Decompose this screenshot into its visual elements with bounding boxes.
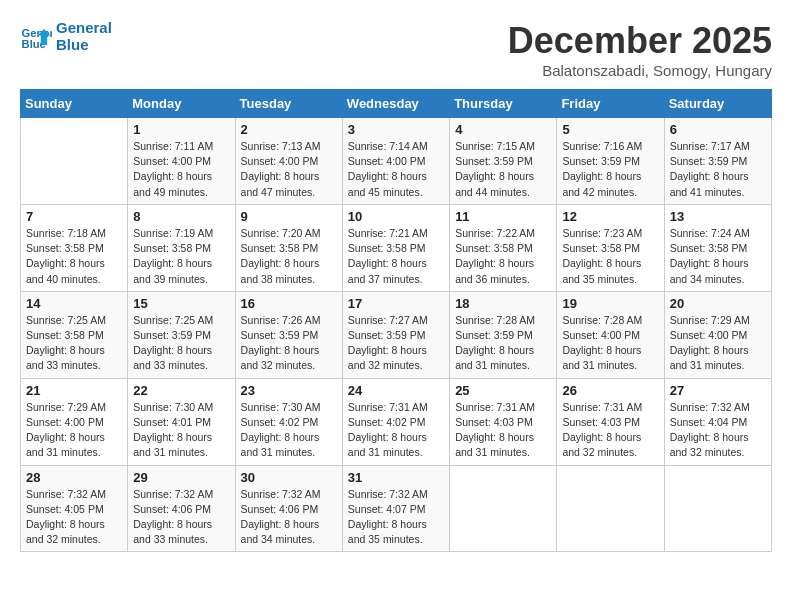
- day-number: 5: [562, 122, 658, 137]
- day-number: 27: [670, 383, 766, 398]
- day-number: 4: [455, 122, 551, 137]
- day-info: Sunrise: 7:16 AMSunset: 3:59 PMDaylight:…: [562, 139, 658, 200]
- week-row-4: 21Sunrise: 7:29 AMSunset: 4:00 PMDayligh…: [21, 378, 772, 465]
- day-number: 8: [133, 209, 229, 224]
- day-info: Sunrise: 7:30 AMSunset: 4:01 PMDaylight:…: [133, 400, 229, 461]
- day-info: Sunrise: 7:32 AMSunset: 4:06 PMDaylight:…: [241, 487, 337, 548]
- column-header-thursday: Thursday: [450, 90, 557, 118]
- day-info: Sunrise: 7:19 AMSunset: 3:58 PMDaylight:…: [133, 226, 229, 287]
- calendar-cell: 10Sunrise: 7:21 AMSunset: 3:58 PMDayligh…: [342, 204, 449, 291]
- day-info: Sunrise: 7:30 AMSunset: 4:02 PMDaylight:…: [241, 400, 337, 461]
- day-info: Sunrise: 7:13 AMSunset: 4:00 PMDaylight:…: [241, 139, 337, 200]
- day-number: 3: [348, 122, 444, 137]
- day-number: 28: [26, 470, 122, 485]
- day-info: Sunrise: 7:24 AMSunset: 3:58 PMDaylight:…: [670, 226, 766, 287]
- month-title: December 2025: [508, 20, 772, 62]
- logo-icon: General Blue: [20, 21, 52, 53]
- day-info: Sunrise: 7:11 AMSunset: 4:00 PMDaylight:…: [133, 139, 229, 200]
- calendar-cell: [557, 465, 664, 552]
- day-info: Sunrise: 7:14 AMSunset: 4:00 PMDaylight:…: [348, 139, 444, 200]
- calendar-cell: 26Sunrise: 7:31 AMSunset: 4:03 PMDayligh…: [557, 378, 664, 465]
- calendar-cell: 4Sunrise: 7:15 AMSunset: 3:59 PMDaylight…: [450, 118, 557, 205]
- day-number: 2: [241, 122, 337, 137]
- title-block: December 2025 Balatonszabadi, Somogy, Hu…: [508, 20, 772, 79]
- calendar-cell: [21, 118, 128, 205]
- page-header: General Blue General Blue December 2025 …: [20, 20, 772, 79]
- calendar-cell: 23Sunrise: 7:30 AMSunset: 4:02 PMDayligh…: [235, 378, 342, 465]
- day-info: Sunrise: 7:26 AMSunset: 3:59 PMDaylight:…: [241, 313, 337, 374]
- day-number: 7: [26, 209, 122, 224]
- calendar-cell: 31Sunrise: 7:32 AMSunset: 4:07 PMDayligh…: [342, 465, 449, 552]
- day-number: 12: [562, 209, 658, 224]
- day-info: Sunrise: 7:28 AMSunset: 3:59 PMDaylight:…: [455, 313, 551, 374]
- day-number: 11: [455, 209, 551, 224]
- header-row: SundayMondayTuesdayWednesdayThursdayFrid…: [21, 90, 772, 118]
- day-info: Sunrise: 7:32 AMSunset: 4:07 PMDaylight:…: [348, 487, 444, 548]
- calendar-cell: 3Sunrise: 7:14 AMSunset: 4:00 PMDaylight…: [342, 118, 449, 205]
- day-info: Sunrise: 7:29 AMSunset: 4:00 PMDaylight:…: [670, 313, 766, 374]
- day-number: 9: [241, 209, 337, 224]
- day-number: 25: [455, 383, 551, 398]
- day-number: 13: [670, 209, 766, 224]
- calendar-cell: 2Sunrise: 7:13 AMSunset: 4:00 PMDaylight…: [235, 118, 342, 205]
- week-row-1: 1Sunrise: 7:11 AMSunset: 4:00 PMDaylight…: [21, 118, 772, 205]
- day-info: Sunrise: 7:32 AMSunset: 4:04 PMDaylight:…: [670, 400, 766, 461]
- day-info: Sunrise: 7:27 AMSunset: 3:59 PMDaylight:…: [348, 313, 444, 374]
- calendar-cell: 13Sunrise: 7:24 AMSunset: 3:58 PMDayligh…: [664, 204, 771, 291]
- day-info: Sunrise: 7:31 AMSunset: 4:02 PMDaylight:…: [348, 400, 444, 461]
- day-number: 26: [562, 383, 658, 398]
- column-header-friday: Friday: [557, 90, 664, 118]
- day-info: Sunrise: 7:29 AMSunset: 4:00 PMDaylight:…: [26, 400, 122, 461]
- day-number: 14: [26, 296, 122, 311]
- week-row-2: 7Sunrise: 7:18 AMSunset: 3:58 PMDaylight…: [21, 204, 772, 291]
- calendar-cell: 24Sunrise: 7:31 AMSunset: 4:02 PMDayligh…: [342, 378, 449, 465]
- day-info: Sunrise: 7:21 AMSunset: 3:58 PMDaylight:…: [348, 226, 444, 287]
- calendar-cell: [664, 465, 771, 552]
- day-number: 31: [348, 470, 444, 485]
- day-number: 21: [26, 383, 122, 398]
- day-number: 22: [133, 383, 229, 398]
- column-header-monday: Monday: [128, 90, 235, 118]
- location-subtitle: Balatonszabadi, Somogy, Hungary: [508, 62, 772, 79]
- day-number: 17: [348, 296, 444, 311]
- calendar-cell: 17Sunrise: 7:27 AMSunset: 3:59 PMDayligh…: [342, 291, 449, 378]
- calendar-cell: 28Sunrise: 7:32 AMSunset: 4:05 PMDayligh…: [21, 465, 128, 552]
- logo: General Blue General Blue: [20, 20, 112, 53]
- day-number: 24: [348, 383, 444, 398]
- logo-line1: General: [56, 20, 112, 37]
- day-info: Sunrise: 7:15 AMSunset: 3:59 PMDaylight:…: [455, 139, 551, 200]
- column-header-wednesday: Wednesday: [342, 90, 449, 118]
- day-info: Sunrise: 7:20 AMSunset: 3:58 PMDaylight:…: [241, 226, 337, 287]
- day-info: Sunrise: 7:32 AMSunset: 4:05 PMDaylight:…: [26, 487, 122, 548]
- day-info: Sunrise: 7:32 AMSunset: 4:06 PMDaylight:…: [133, 487, 229, 548]
- calendar-cell: 30Sunrise: 7:32 AMSunset: 4:06 PMDayligh…: [235, 465, 342, 552]
- day-info: Sunrise: 7:25 AMSunset: 3:58 PMDaylight:…: [26, 313, 122, 374]
- logo-line2: Blue: [56, 37, 112, 54]
- calendar-cell: 1Sunrise: 7:11 AMSunset: 4:00 PMDaylight…: [128, 118, 235, 205]
- calendar-cell: 18Sunrise: 7:28 AMSunset: 3:59 PMDayligh…: [450, 291, 557, 378]
- calendar-cell: 15Sunrise: 7:25 AMSunset: 3:59 PMDayligh…: [128, 291, 235, 378]
- calendar-cell: 19Sunrise: 7:28 AMSunset: 4:00 PMDayligh…: [557, 291, 664, 378]
- calendar-table: SundayMondayTuesdayWednesdayThursdayFrid…: [20, 89, 772, 552]
- calendar-cell: 27Sunrise: 7:32 AMSunset: 4:04 PMDayligh…: [664, 378, 771, 465]
- week-row-5: 28Sunrise: 7:32 AMSunset: 4:05 PMDayligh…: [21, 465, 772, 552]
- calendar-cell: 12Sunrise: 7:23 AMSunset: 3:58 PMDayligh…: [557, 204, 664, 291]
- day-number: 16: [241, 296, 337, 311]
- day-info: Sunrise: 7:31 AMSunset: 4:03 PMDaylight:…: [455, 400, 551, 461]
- calendar-cell: 14Sunrise: 7:25 AMSunset: 3:58 PMDayligh…: [21, 291, 128, 378]
- day-number: 18: [455, 296, 551, 311]
- day-number: 30: [241, 470, 337, 485]
- calendar-cell: 7Sunrise: 7:18 AMSunset: 3:58 PMDaylight…: [21, 204, 128, 291]
- calendar-cell: 8Sunrise: 7:19 AMSunset: 3:58 PMDaylight…: [128, 204, 235, 291]
- day-info: Sunrise: 7:28 AMSunset: 4:00 PMDaylight:…: [562, 313, 658, 374]
- calendar-cell: 16Sunrise: 7:26 AMSunset: 3:59 PMDayligh…: [235, 291, 342, 378]
- calendar-cell: 29Sunrise: 7:32 AMSunset: 4:06 PMDayligh…: [128, 465, 235, 552]
- day-info: Sunrise: 7:31 AMSunset: 4:03 PMDaylight:…: [562, 400, 658, 461]
- day-info: Sunrise: 7:23 AMSunset: 3:58 PMDaylight:…: [562, 226, 658, 287]
- calendar-cell: 22Sunrise: 7:30 AMSunset: 4:01 PMDayligh…: [128, 378, 235, 465]
- day-info: Sunrise: 7:17 AMSunset: 3:59 PMDaylight:…: [670, 139, 766, 200]
- calendar-cell: 9Sunrise: 7:20 AMSunset: 3:58 PMDaylight…: [235, 204, 342, 291]
- day-number: 20: [670, 296, 766, 311]
- day-number: 23: [241, 383, 337, 398]
- calendar-cell: 11Sunrise: 7:22 AMSunset: 3:58 PMDayligh…: [450, 204, 557, 291]
